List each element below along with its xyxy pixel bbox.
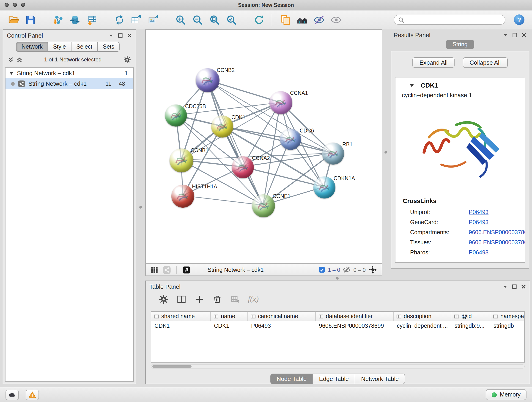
table-row[interactable]: CDK1 CDK1 P06493 9606.ENSP00000378699 cy…	[151, 321, 524, 331]
column-header-id[interactable]: @id	[451, 312, 490, 321]
column-header-namespace[interactable]: namespac	[490, 312, 524, 321]
uniprot-link[interactable]: P06493	[469, 209, 488, 216]
tab-sets[interactable]: Sets	[97, 42, 120, 52]
help-button[interactable]: ?	[513, 13, 526, 26]
collapse-all-button[interactable]: Collapse All	[463, 57, 508, 68]
delete-table-button[interactable]	[230, 294, 240, 304]
refresh-view-button[interactable]	[251, 12, 267, 27]
tab-edge-table[interactable]: Edge Table	[313, 374, 355, 384]
minimize-window-button[interactable]	[13, 3, 17, 7]
grid-view-button[interactable]	[150, 266, 158, 274]
bottom-splitter-handle[interactable]	[336, 277, 339, 280]
show-all-button[interactable]	[328, 12, 344, 27]
open-session-button[interactable]	[6, 12, 21, 27]
string-tab-badge[interactable]: String	[446, 40, 474, 49]
expand-all-networks-icon[interactable]	[8, 57, 14, 63]
clone-network-button[interactable]	[111, 12, 127, 27]
column-header-shared-name[interactable]: shared name	[151, 312, 211, 321]
network-canvas[interactable]: CCNB2CCNA1CDC25BCDK1CDC6RB1CCNB1CCNA2CDK…	[145, 29, 382, 264]
column-header-database-identifier[interactable]: database identifier	[316, 312, 394, 321]
cloud-button[interactable]	[6, 389, 19, 400]
network-node-cdk1[interactable]	[211, 115, 233, 138]
network-node-ccnb1[interactable]	[170, 148, 193, 172]
application-window: Session: New Session	[0, 0, 532, 402]
network-node-hist1h1a[interactable]	[171, 185, 194, 208]
results-panel-collapse-icon[interactable]	[503, 32, 508, 37]
zoom-window-button[interactable]	[21, 3, 25, 7]
export-image-button[interactable]	[145, 12, 161, 27]
genecard-link[interactable]: P06493	[469, 219, 488, 225]
protein-disclosure-icon[interactable]	[409, 83, 414, 88]
copy-button[interactable]	[277, 12, 293, 27]
network-options-gear-icon[interactable]	[123, 56, 131, 64]
table-panel-float-icon[interactable]	[512, 284, 517, 289]
hide-selected-button[interactable]	[311, 12, 327, 27]
close-window-button[interactable]	[5, 3, 9, 7]
network-node-label: CCNB1	[191, 148, 209, 153]
import-network-file-button[interactable]	[50, 12, 65, 27]
table-horizontal-scrollbar[interactable]	[151, 364, 525, 369]
network-row-selected[interactable]: String Network – cdk1 11 48	[6, 78, 133, 89]
column-header-description[interactable]: description	[394, 312, 451, 321]
table-panel-collapse-icon[interactable]	[503, 284, 508, 289]
save-session-button[interactable]	[22, 12, 38, 27]
selected-checkbox-icon[interactable]	[318, 266, 325, 273]
tissues-link[interactable]: 9606.ENSP00000378699	[469, 239, 525, 246]
tab-network-table[interactable]: Network Table	[355, 374, 405, 384]
search-box[interactable]	[394, 15, 505, 25]
network-node-cdc6[interactable]	[280, 129, 301, 150]
delete-column-button[interactable]	[212, 294, 222, 304]
search-input[interactable]	[407, 16, 501, 23]
column-header-name[interactable]: name	[211, 312, 248, 321]
control-panel: Control Panel Network Style Select Sets …	[3, 29, 136, 384]
network-node-rb1[interactable]	[322, 143, 344, 165]
tab-select[interactable]: Select	[71, 42, 98, 52]
first-neighbors-button[interactable]	[294, 12, 310, 27]
zoom-in-button[interactable]	[173, 12, 188, 27]
expand-all-button[interactable]: Expand All	[413, 57, 455, 68]
collapse-all-networks-icon[interactable]	[17, 57, 22, 63]
table-panel-close-icon[interactable]	[521, 284, 526, 289]
tab-network[interactable]: Network	[16, 42, 48, 52]
results-panel-close-icon[interactable]	[521, 32, 526, 37]
birds-eye-view-button[interactable]	[182, 266, 191, 274]
network-node-label: CDKN1A	[334, 176, 355, 181]
warnings-button[interactable]	[26, 389, 39, 400]
import-network-database-button[interactable]	[67, 12, 82, 27]
left-splitter-handle[interactable]	[139, 206, 142, 209]
zoom-selected-button[interactable]	[224, 12, 239, 27]
network-view-button[interactable]	[163, 266, 171, 274]
export-table-button[interactable]	[128, 12, 144, 27]
network-node-ccne1[interactable]	[252, 194, 275, 217]
hidden-eye-slash-icon[interactable]	[343, 266, 351, 274]
network-node-cdc25b[interactable]	[165, 104, 187, 127]
function-builder-button[interactable]: f(x)	[248, 295, 259, 304]
disclosure-triangle-icon[interactable]	[9, 71, 14, 75]
right-splitter-handle[interactable]	[385, 151, 387, 153]
create-column-button[interactable]	[194, 294, 204, 304]
compartments-link[interactable]: 9606.ENSP00000378699	[469, 229, 525, 236]
zoom-fit-button[interactable]	[207, 12, 222, 27]
control-panel-collapse-icon[interactable]	[109, 33, 114, 38]
control-panel-close-icon[interactable]	[127, 33, 132, 38]
results-panel: Results Panel String Expand All Collapse…	[390, 29, 530, 276]
network-collection-row[interactable]: String Network – cdk1 1	[6, 68, 133, 78]
tab-style[interactable]: Style	[48, 42, 71, 52]
network-node-ccnb2[interactable]	[196, 68, 220, 92]
import-table-file-button[interactable]	[84, 12, 99, 27]
table-options-button[interactable]	[158, 294, 169, 304]
network-node-cdkn1a[interactable]	[313, 177, 336, 198]
network-node-ccna1[interactable]	[269, 91, 292, 114]
zoom-out-button[interactable]	[190, 12, 205, 27]
network-node-ccna2[interactable]	[232, 156, 254, 178]
column-header-canonical-name[interactable]: canonical name	[248, 312, 316, 321]
show-columns-button[interactable]	[177, 294, 186, 304]
memory-button[interactable]: Memory	[486, 389, 526, 400]
crosslink-label: Pharos:	[410, 249, 469, 256]
results-panel-float-icon[interactable]	[512, 32, 517, 37]
control-panel-float-icon[interactable]	[118, 33, 123, 38]
move-crosshair-icon[interactable]	[368, 265, 377, 274]
pharos-link[interactable]: P06493	[469, 249, 488, 256]
tab-node-table[interactable]: Node Table	[270, 374, 313, 384]
scrollbar-thumb[interactable]	[152, 365, 191, 368]
